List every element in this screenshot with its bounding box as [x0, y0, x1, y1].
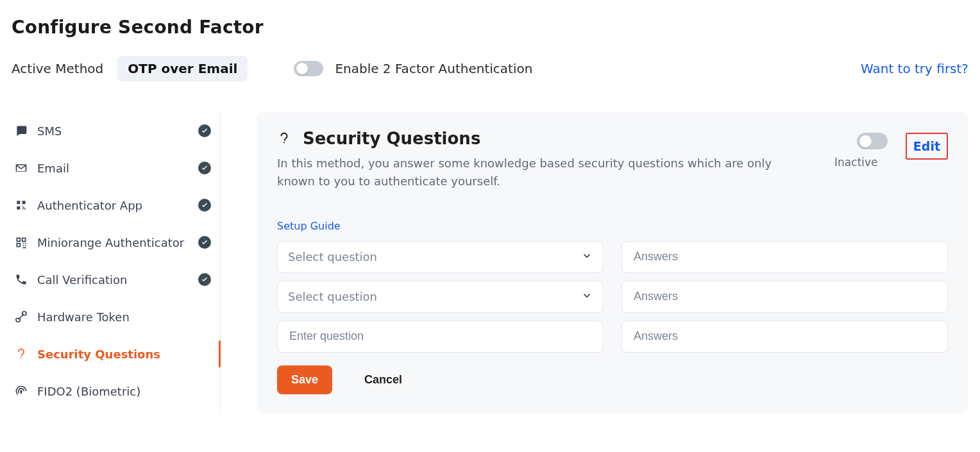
sidebar-item-fido2-biometric-[interactable]: FIDO2 (Biometric): [12, 372, 220, 410]
question-placeholder: Select question: [288, 250, 581, 264]
sidebar-item-label: Hardware Token: [37, 310, 189, 324]
sidebar-item-hardware-token[interactable]: Hardware Token: [12, 298, 220, 335]
sidebar-item-call-verification[interactable]: Call Verification: [12, 261, 220, 298]
save-button[interactable]: Save: [277, 365, 332, 394]
chevron-down-icon: [581, 250, 593, 264]
toolbar: Active Method OTP over Email Enable 2 Fa…: [12, 56, 968, 81]
question-icon: [277, 131, 291, 146]
page-title: Configure Second Factor: [12, 17, 968, 38]
question-input[interactable]: [288, 321, 593, 352]
sidebar-item-label: Miniorange Authenticator: [37, 236, 189, 249]
check-icon: [198, 199, 211, 212]
setup-guide-link[interactable]: Setup Guide: [277, 220, 341, 232]
panel-description: In this method, you answer some knowledg…: [277, 155, 803, 190]
edit-button[interactable]: Edit: [906, 133, 948, 160]
sidebar-item-sms[interactable]: SMS: [12, 112, 220, 149]
question-select[interactable]: Select question: [277, 281, 604, 313]
sidebar-item-label: Email: [37, 162, 189, 175]
status-toggle[interactable]: [857, 133, 888, 149]
hardware-token-icon: [14, 310, 28, 324]
active-method-chip: OTP over Email: [117, 56, 248, 81]
question-icon: [14, 347, 28, 361]
fido2-icon: [14, 384, 28, 398]
answer-input-wrap: [621, 281, 948, 313]
main-panel: Security Questions In this method, you a…: [257, 112, 968, 414]
sidebar-item-miniorange-authenticator[interactable]: Miniorange Authenticator: [12, 224, 220, 261]
enable-2fa-toggle[interactable]: Enable 2 Factor Authentication: [294, 61, 532, 76]
question-input-wrap: [277, 321, 604, 353]
sidebar-item-authenticator-app[interactable]: Authenticator App: [12, 187, 220, 224]
question-placeholder: Select question: [288, 290, 581, 303]
email-icon: [14, 161, 28, 175]
enable-2fa-label: Enable 2 Factor Authentication: [335, 61, 532, 76]
try-first-link[interactable]: Want to try first?: [861, 61, 968, 76]
status-label: Inactive: [825, 156, 888, 169]
sms-icon: [14, 124, 28, 138]
sidebar-item-label: SMS: [37, 124, 189, 138]
answer-input[interactable]: [632, 242, 937, 272]
call-icon: [14, 272, 28, 287]
question-row: [277, 321, 948, 353]
check-icon: [198, 236, 211, 249]
sidebar-item-label: Call Verification: [37, 273, 189, 287]
sidebar-item-email[interactable]: Email: [12, 149, 220, 187]
check-icon: [198, 273, 211, 286]
question-row: Select question: [277, 281, 948, 313]
miniorange-auth-icon: [14, 235, 28, 249]
sidebar-item-label: Authenticator App: [37, 199, 189, 212]
panel-title: Security Questions: [303, 129, 480, 148]
sidebar: SMSEmailAuthenticator AppMiniorange Auth…: [12, 112, 221, 410]
sidebar-item-label: FIDO2 (Biometric): [37, 385, 189, 398]
answer-input[interactable]: [632, 321, 937, 352]
cancel-button[interactable]: Cancel: [350, 365, 416, 394]
sidebar-item-label: Security Questions: [37, 347, 189, 361]
question-row: Select question: [277, 241, 948, 273]
chevron-down-icon: [581, 290, 593, 304]
active-method-label: Active Method: [12, 61, 103, 76]
answer-input[interactable]: [632, 281, 937, 312]
answer-input-wrap: [621, 241, 948, 273]
authenticator-app-icon: [14, 198, 28, 212]
check-icon: [198, 162, 211, 174]
question-select[interactable]: Select question: [277, 241, 604, 273]
check-icon: [198, 124, 211, 137]
sidebar-item-security-questions[interactable]: Security Questions: [12, 335, 220, 372]
answer-input-wrap: [621, 321, 948, 353]
